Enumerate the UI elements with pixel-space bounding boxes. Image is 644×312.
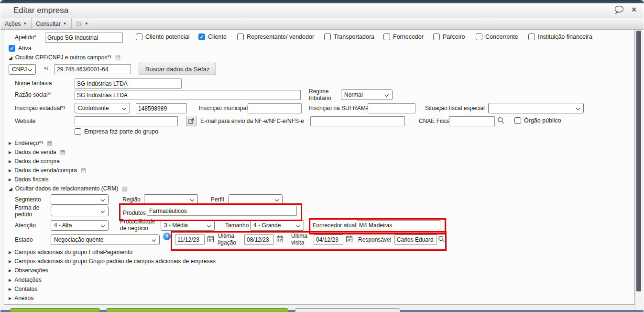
forma-pedido-select[interactable] [51, 206, 109, 216]
checkbox-label: Cliente [208, 33, 227, 40]
scrollbar-thumb[interactable] [636, 31, 641, 291]
acoes-menu-button[interactable]: Ações ▼ [0, 18, 32, 29]
inscricao-municipal-input[interactable] [248, 103, 302, 113]
probabilidade-select[interactable]: 3 - Média [161, 220, 215, 231]
checkbox-orgao-publico[interactable]: Órgão público [514, 117, 561, 124]
ultima-ligacao-input[interactable] [244, 234, 274, 245]
tamanho-select[interactable]: 4 - Grande [250, 220, 304, 231]
doc-type-select[interactable]: CNPJ [9, 64, 36, 75]
section-label: Dados de compra [14, 158, 60, 165]
consultar-menu-button[interactable]: Consultar ▼ [32, 18, 71, 29]
checkbox-label: Parceiro [443, 33, 465, 40]
section-header-dados-compra[interactable]: ▶Dados de compra [9, 158, 60, 165]
apelido-input[interactable] [45, 33, 123, 43]
nome-fantasia-input[interactable] [75, 78, 182, 89]
section-header-cpf-cnpj[interactable]: ◢ Ocultar CPF/CNPJ e outros campos*¹ ▤ [9, 54, 120, 61]
vertical-scrollbar[interactable] [635, 30, 643, 310]
estado-select[interactable]: Negociação quente [51, 234, 160, 245]
calendar-icon[interactable] [276, 235, 284, 243]
section-header-anexos[interactable]: ▶Anexos [9, 295, 33, 301]
doc-note-icon[interactable]: ▤ [60, 149, 65, 156]
search-icon[interactable] [497, 117, 504, 124]
calendar-icon[interactable] [346, 235, 353, 243]
perfil-label: Perfil [211, 197, 224, 203]
section-label: Dados de venda/compra [14, 167, 77, 174]
checkbox-parceiro[interactable]: Parceiro [433, 33, 465, 40]
triangle-expanded-icon: ◢ [9, 186, 12, 191]
settings-menu-button[interactable]: ⚙ ▼ [72, 18, 93, 29]
triangle-collapsed-icon: ▶ [9, 268, 11, 273]
checkbox-instituicao-financeira[interactable]: Instituição financeira [528, 33, 592, 40]
edit-company-window: Editar empresa ✕ Ações ▼ Consultar ▼ ⚙ ▼… [0, 0, 644, 312]
responsavel-input[interactable] [394, 234, 437, 245]
email-nfe-input[interactable] [310, 116, 405, 126]
checkbox-label: Representante/ vendedor [247, 33, 314, 40]
perfil-select[interactable] [229, 194, 283, 205]
section-header-dados-venda[interactable]: ▶Dados de venda▤ [9, 149, 65, 156]
regime-tributario-select[interactable]: Normal [341, 89, 393, 100]
buscar-sefaz-button[interactable]: Buscar dados da Sefaz [139, 63, 216, 75]
checkbox-transportadora[interactable]: Transportadora [324, 33, 374, 40]
select-value: Negociação quente [54, 236, 103, 243]
cnpj-input[interactable] [55, 64, 131, 74]
comment-bubble-icon[interactable] [614, 5, 624, 14]
checkbox-cliente-potencial[interactable]: Cliente potencial [136, 33, 189, 40]
bottom-green-button-1[interactable] [10, 308, 100, 312]
cnae-input[interactable] [449, 116, 495, 126]
open-link-button[interactable] [186, 116, 196, 126]
inscricao-estadual-label: Inscrição estadual*¹ [15, 105, 65, 112]
inscricao-estadual-tipo-select[interactable]: Contribuinte [75, 103, 130, 113]
inscricao-estadual-input[interactable] [136, 103, 187, 113]
cnae-label: CNAE Fiscal [419, 118, 451, 125]
website-label: Website [15, 118, 35, 125]
produtos-input[interactable] [147, 206, 297, 216]
section-header-campos-folha[interactable]: ▶Campos adicionais do grupo FolhaPagamen… [9, 249, 132, 256]
search-icon[interactable] [438, 235, 445, 243]
regiao-select[interactable] [144, 194, 198, 205]
calendar-icon[interactable] [207, 235, 214, 243]
checkbox-label: Concorrente [485, 33, 518, 40]
ultima-visita-input[interactable] [314, 234, 343, 245]
website-input[interactable] [75, 116, 178, 126]
section-header-campos-padrao[interactable]: ▶Campos adicionais do grupo Grupo padrão… [9, 258, 216, 265]
doc-note-icon[interactable]: ▤ [115, 54, 120, 61]
section-header-anotacoes[interactable]: ▶Anotações [9, 277, 42, 283]
data-estado-input[interactable] [175, 234, 205, 245]
segmento-select[interactable] [51, 194, 109, 205]
checkbox-concorrente[interactable]: Concorrente [476, 33, 518, 40]
bottom-green-button-2[interactable] [106, 308, 288, 312]
section-header-contatos[interactable]: ▶Contatos [9, 286, 37, 292]
checkbox-label: Ativa [18, 45, 32, 52]
checkbox-ativa[interactable]: Ativa [9, 45, 32, 52]
close-icon[interactable]: ✕ [631, 6, 637, 13]
section-header-dados-fiscais[interactable]: ▶Dados fiscais [9, 176, 49, 183]
atencao-select[interactable]: 4 - Alta [51, 220, 109, 231]
checkbox-box [136, 33, 142, 40]
situacao-fiscal-select[interactable] [488, 103, 584, 113]
section-header-dados-venda-compra[interactable]: ▶Dados de venda/compra▤ [9, 167, 86, 174]
checkbox-empresa-grupo[interactable]: Empresa faz parte do grupo [75, 128, 158, 135]
section-header-crm[interactable]: ◢ Ocultar dados de relacionamento (CRM) … [9, 185, 127, 192]
estado-label: Estado [15, 237, 33, 244]
checkbox-fornecedor[interactable]: Fornecedor [383, 33, 424, 40]
help-icon[interactable]: ? [163, 233, 171, 240]
triangle-collapsed-icon: ▶ [9, 168, 11, 173]
fornecedor-atual-label: Fornecedor atual [313, 223, 356, 229]
fornecedor-atual-input[interactable] [357, 220, 440, 230]
checkbox-box [324, 33, 331, 40]
section-header-endereco[interactable]: ▶Endereço*¹▤ [9, 140, 53, 146]
checkbox-label: Empresa faz parte do grupo [84, 128, 158, 135]
doc-note-icon[interactable]: ▤ [81, 167, 86, 174]
doc-note-icon[interactable]: ▤ [122, 185, 127, 192]
bottom-gray-button[interactable] [295, 308, 400, 312]
checkbox-cliente[interactable]: Cliente [198, 33, 227, 40]
doc-note-icon[interactable]: ▤ [47, 140, 52, 146]
section-label: Ocultar CPF/CNPJ e outros campos*¹ [15, 54, 111, 61]
checkbox-representante-vendedor[interactable]: Representante/ vendedor [237, 33, 314, 40]
checkbox-label: Transportadora [334, 33, 374, 40]
inscricao-suframa-input[interactable] [368, 103, 415, 113]
razao-social-input[interactable] [75, 90, 301, 100]
section-header-observacoes[interactable]: ▶Observações [9, 267, 48, 274]
section-label: Campos adicionais do grupo Grupo padrão … [14, 258, 216, 265]
required-mark: *¹ [44, 67, 48, 73]
